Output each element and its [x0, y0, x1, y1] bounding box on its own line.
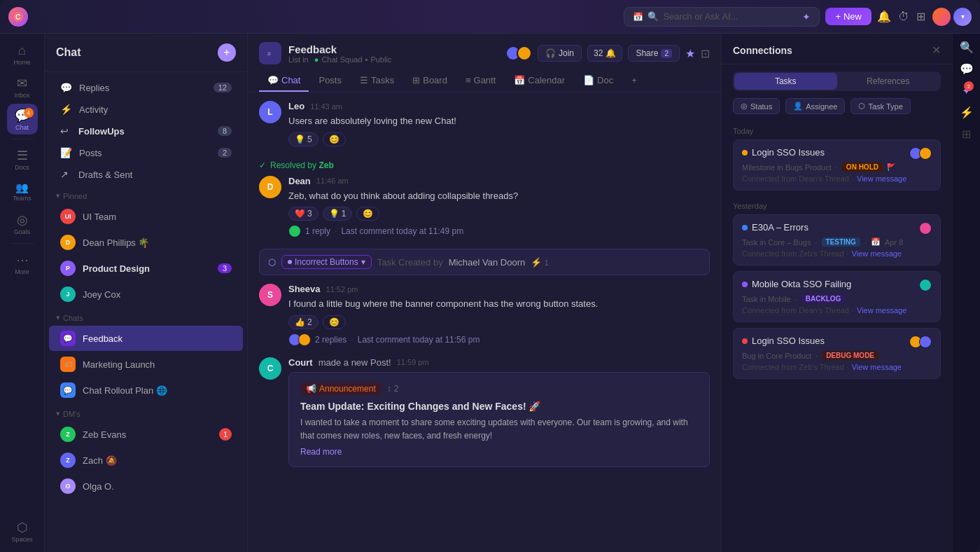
sidebar-item-home[interactable]: ⌂ Home — [7, 39, 38, 70]
sidebar-item-product-design[interactable]: P Product Design 3 — [49, 256, 243, 281]
sidebar-item-docs[interactable]: ☰ Docs — [7, 144, 38, 174]
new-button[interactable]: + New — [825, 8, 872, 25]
sidebar-item-chat[interactable]: 4 💬 Chat — [7, 104, 38, 134]
view-message-3[interactable]: View message — [857, 306, 906, 315]
conn-item-2[interactable]: E30A – Errors Task in Core – Bugs · TEST… — [733, 214, 941, 265]
tab-calendar[interactable]: 📅 Calendar — [505, 70, 573, 92]
conn-tab-tasks[interactable]: Tasks — [734, 73, 837, 90]
channel-title: Feedback List in ● Chat Squad • Public — [288, 43, 391, 64]
chats-section-header[interactable]: ▾ Chats — [45, 308, 247, 325]
sidebar-item-joey[interactable]: J Joey Cox — [49, 282, 243, 307]
calendar-icon-conn: 📅 — [871, 237, 881, 247]
clock-icon[interactable]: ⏱ — [898, 11, 909, 23]
conn-item-4-title: Login SSO Issues — [742, 336, 825, 346]
sidebar-item-olga[interactable]: O Olga O. — [49, 474, 243, 499]
app-logo[interactable]: C — [8, 7, 28, 27]
sidebar-item-zeb[interactable]: Z Zeb Evans 1 — [49, 422, 243, 447]
sheeva-reply-av-2 — [298, 333, 311, 346]
sidebar-item-spaces[interactable]: ⬡ Spaces — [7, 516, 38, 546]
conn-item-3-avatars — [919, 279, 932, 291]
conn-item-1[interactable]: Login SSO Issues Milestone in Bugs Produ… — [733, 139, 941, 191]
tab-doc[interactable]: 📄 Doc — [575, 70, 622, 92]
sidebar-item-drafts[interactable]: ↗ Drafts & Sent — [49, 164, 243, 185]
task-tag[interactable]: Incorrect Buttons ▾ — [281, 255, 372, 269]
filter-task-type[interactable]: ⬡ Task Type — [850, 98, 910, 114]
icon-sidebar: ⌂ Home ✉ Inbox 4 💬 Chat ☰ Docs 👥 Teams ◎… — [0, 34, 45, 552]
tab-add[interactable]: + — [623, 70, 645, 92]
conn-tab-references[interactable]: References — [837, 73, 940, 90]
notifications-icon[interactable]: 🔔 — [877, 10, 891, 23]
sidebar-item-inbox[interactable]: ✉ Inbox — [7, 71, 38, 102]
reaction-heart[interactable]: ❤️ 3 — [288, 207, 318, 221]
connections-close-button[interactable]: ✕ — [932, 43, 941, 57]
sidebar-item-marketing[interactable]: 🏷 Marketing Launch — [49, 352, 243, 377]
reaction-add-dean[interactable]: 😊 — [356, 207, 379, 221]
search-bar[interactable]: 📅 🔍 Search or Ask AI... ✦ — [624, 7, 820, 27]
reaction-add[interactable]: 😊 — [323, 132, 346, 146]
connections-panel: Connections ✕ Tasks References ◎ Status … — [721, 34, 952, 552]
share-button[interactable]: Share 2 — [628, 45, 680, 62]
sheeva-replies[interactable]: 2 replies · Last comment today at 11:56 … — [288, 333, 710, 346]
tab-chat[interactable]: 💬 Chat — [259, 70, 309, 92]
view-message-1[interactable]: View message — [857, 174, 906, 183]
chat-add-button[interactable]: + — [218, 43, 236, 62]
flag-icon-1: 🚩 — [887, 163, 895, 171]
filter-status[interactable]: ◎ Status — [733, 98, 780, 114]
edge-search-icon[interactable]: 🔍 — [960, 41, 974, 54]
sidebar-item-chat-rollout[interactable]: 💬 Chat Rollout Plan 🌐 — [49, 378, 243, 403]
sidebar-item-replies[interactable]: 💬 Replies 12 — [49, 77, 243, 98]
conn-item-4[interactable]: Login SSO Issues Bug in Core Product · D… — [733, 328, 941, 379]
star-icon[interactable]: ★ — [685, 47, 695, 60]
reaction-thumbs-sheeva[interactable]: 👍 2 — [288, 315, 318, 329]
tab-posts[interactable]: Posts — [310, 70, 350, 92]
task-icon: ⬡ — [268, 257, 276, 268]
edge-chat-icon[interactable]: 💬 — [960, 62, 974, 76]
svg-text:#: # — [267, 50, 271, 57]
product-design-avatar: P — [60, 261, 76, 276]
sidebar-item-posts[interactable]: 📝 Posts 2 — [49, 142, 243, 163]
announcement-reactions[interactable]: ↕ 2 — [387, 384, 399, 394]
user-avatar-1[interactable] — [932, 8, 951, 26]
tab-board[interactable]: ⊞ Board — [404, 70, 456, 92]
view-message-4[interactable]: View message — [852, 363, 902, 371]
tab-tasks[interactable]: ☰ Tasks — [351, 70, 402, 92]
messages-area: L Leo 11:43 am Users are absolutely lovi… — [248, 92, 721, 552]
conn-item-3-title: Mobile Okta SSO Failing — [742, 279, 851, 289]
sidebar-item-teams[interactable]: 👥 Teams — [7, 176, 38, 207]
tab-gantt[interactable]: ≡ Gantt — [457, 70, 504, 92]
message-court-header: Court made a new Post! 11:59 pm — [288, 357, 710, 368]
sidebar-item-dean-phillips[interactable]: D Dean Phillips 🌴 — [49, 230, 243, 255]
user-avatar-2[interactable]: ▾ — [953, 8, 972, 26]
sidebar-item-more[interactable]: ⋯ More — [7, 248, 38, 279]
conn-item-1-meta: Milestone in Bugs Product · ON HOLD 🚩 — [742, 163, 932, 172]
filter-assignee[interactable]: 👤 Assignee — [785, 98, 845, 114]
leo-reactions: 💡 5 😊 — [288, 132, 710, 146]
sidebar-item-feedback[interactable]: 💬 Feedback — [49, 326, 243, 351]
join-button[interactable]: 🎧 Join — [538, 45, 582, 62]
grid-icon[interactable]: ⊞ — [916, 10, 925, 23]
view-message-2[interactable]: View message — [852, 249, 902, 258]
read-more-link[interactable]: Read more — [300, 447, 698, 457]
sidebar-item-ui-team[interactable]: UI UI Team — [49, 204, 243, 229]
dms-section-header[interactable]: ▾ DM's — [45, 403, 247, 421]
pinned-section-header[interactable]: ▾ Pinned — [45, 186, 247, 203]
sidebar-item-activity[interactable]: ⚡ Activity — [49, 99, 243, 120]
edge-bolt-icon[interactable]: ⚡ — [960, 106, 974, 119]
sidebar-item-followups[interactable]: ↩ FollowUps 8 — [49, 120, 243, 142]
user-avatars[interactable]: ▾ — [932, 8, 972, 26]
reaction-bulb[interactable]: 💡 5 — [288, 132, 318, 146]
dean-replies[interactable]: 1 reply · Last comment today at 11:49 pm — [288, 225, 710, 237]
chevron-down-icon-3: ▾ — [56, 409, 60, 418]
conn-item-3[interactable]: Mobile Okta SSO Failing Task in Mobile ·… — [733, 271, 941, 322]
sidebar-item-zach[interactable]: Z Zach 🔕 — [49, 448, 243, 473]
joey-avatar: J — [60, 287, 76, 302]
sidebar-item-goals[interactable]: ◎ Goals — [7, 208, 38, 239]
conn-item-4-header: Login SSO Issues — [742, 336, 932, 348]
reaction-add-sheeva[interactable]: 😊 — [323, 315, 346, 329]
message-leo-content: Leo 11:43 am Users are absolutely loving… — [288, 101, 710, 146]
conn-item-1-title: Login SSO Issues — [742, 147, 825, 158]
reaction-bulb-dean[interactable]: 💡 1 — [323, 207, 353, 221]
edge-grid-icon[interactable]: ⊞ — [962, 127, 971, 141]
edge-ai-icon[interactable]: ✦ 2 — [962, 84, 971, 97]
layout-icon[interactable]: ⊡ — [701, 47, 710, 60]
